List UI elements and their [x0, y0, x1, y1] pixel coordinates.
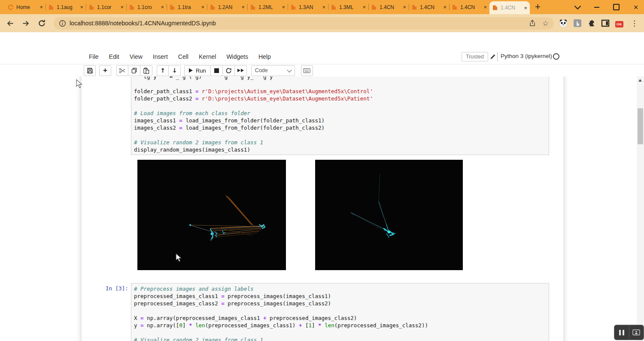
- move-cell-down-button[interactable]: ↓: [169, 65, 181, 76]
- forward-icon[interactable]: [22, 19, 30, 27]
- window-minimize-button[interactable]: [590, 0, 603, 14]
- notebook-scroll-area[interactable]: tg y = _ g ( g) g g y_ g y folder_path_c…: [0, 76, 644, 341]
- browser-tab-1-2an-5[interactable]: 1.2AN×: [207, 0, 247, 14]
- new-tab-button[interactable]: +: [535, 1, 541, 12]
- code-cell-input[interactable]: tg y = _ g ( g) g g y_ g y folder_path_c…: [131, 76, 549, 155]
- menu-edit[interactable]: Edit: [109, 53, 119, 60]
- address-bar[interactable]: localhost:8888/notebooks/1.4CNNAugmented…: [54, 17, 554, 30]
- tab-title: 1.4CN: [460, 4, 483, 10]
- code-line: X = np.array(preprocessed_images_class1 …: [134, 314, 549, 322]
- menu-widgets[interactable]: Widgets: [226, 53, 248, 60]
- cell-type-value: Code: [255, 67, 268, 73]
- cell-type-select[interactable]: Code: [251, 65, 295, 76]
- save-button[interactable]: [84, 65, 96, 76]
- share-icon[interactable]: [529, 19, 536, 27]
- url-text[interactable]: localhost:8888/notebooks/1.4CNNAugmented…: [70, 20, 522, 27]
- menu-kernel[interactable]: Kernel: [199, 53, 216, 60]
- window-maximize-button[interactable]: [610, 0, 623, 14]
- sidebar-panel-icon[interactable]: [601, 19, 610, 27]
- scrollbar-thumb[interactable]: [638, 108, 643, 144]
- fast-forward-icon: [237, 69, 244, 72]
- tab-title: 1.1cro: [137, 4, 160, 10]
- tab-search-chevron-icon[interactable]: [571, 0, 584, 14]
- code-line: tg y = _ g ( g) g g y_ g y: [134, 76, 549, 80]
- window-close-button[interactable]: ×: [629, 0, 642, 14]
- panda-extension-icon[interactable]: [559, 19, 568, 27]
- menu-view[interactable]: View: [130, 53, 143, 60]
- restart-run-all-button[interactable]: [235, 65, 247, 76]
- copy-cell-button[interactable]: [128, 65, 140, 76]
- reload-icon[interactable]: [38, 19, 46, 27]
- notebook-file-icon: [331, 4, 337, 10]
- browser-tab-1-1tra-4[interactable]: 1.1tra×: [167, 0, 207, 14]
- tab-close-icon[interactable]: ×: [362, 4, 366, 10]
- browser-tab-1-4cn-11[interactable]: 1.4CN×: [449, 0, 489, 14]
- menubar-divider: [497, 52, 498, 61]
- notebook-file-icon: [371, 4, 377, 10]
- tab-close-icon[interactable]: ×: [161, 4, 164, 10]
- browser-tab-1-3ml-8[interactable]: 1.3ML×: [328, 0, 368, 14]
- tab-title: 1.4CN: [501, 5, 523, 11]
- tab-title: 1.3AN: [299, 4, 321, 10]
- extensions-puzzle-icon[interactable]: [587, 19, 595, 27]
- move-cell-up-button[interactable]: ↑: [157, 65, 169, 76]
- paste-cell-button[interactable]: [140, 65, 152, 76]
- browser-menu-icon[interactable]: ⋮: [629, 19, 640, 28]
- tab-title: 1.3ML: [339, 4, 361, 10]
- menu-help[interactable]: Help: [258, 53, 271, 60]
- tab-close-icon[interactable]: ×: [443, 4, 447, 10]
- screenshot-extension-icon[interactable]: [573, 19, 582, 27]
- tab-close-icon[interactable]: ×: [524, 5, 527, 11]
- tab-close-icon[interactable]: ×: [39, 4, 43, 10]
- tab-title: 1.1cor: [97, 4, 119, 10]
- interrupt-kernel-button[interactable]: [211, 65, 223, 76]
- browser-tab-1-3an-7[interactable]: 1.3AN×: [288, 0, 328, 14]
- recording-control-widget: [614, 325, 644, 340]
- tab-close-icon[interactable]: ×: [403, 4, 406, 10]
- cut-cell-button[interactable]: [116, 65, 128, 76]
- tab-close-icon[interactable]: ×: [241, 4, 245, 10]
- tab-title: 1.4CN: [420, 4, 442, 10]
- notebook-file-icon: [411, 4, 417, 10]
- tab-close-icon[interactable]: ×: [201, 4, 204, 10]
- output-image-scanpath-1: [137, 160, 286, 270]
- menu-file[interactable]: File: [89, 53, 99, 60]
- edit-title-pencil-icon[interactable]: [489, 53, 496, 60]
- tab-close-icon[interactable]: ×: [322, 4, 325, 10]
- bookmark-star-icon[interactable]: ☆: [542, 20, 549, 27]
- notebook-file-icon: [210, 4, 216, 10]
- browser-tab-1-4cn-12[interactable]: 1.4CN×: [489, 1, 530, 14]
- trusted-button[interactable]: Trusted: [462, 52, 488, 61]
- browser-tab-1-1cro-3[interactable]: 1.1cro×: [126, 0, 167, 14]
- run-button[interactable]: Run: [184, 65, 211, 76]
- tab-close-icon[interactable]: ×: [80, 4, 83, 10]
- browser-tab-1-1cor-2[interactable]: 1.1cor×: [86, 0, 126, 14]
- browser-tab-1-1aug-1[interactable]: 1.1aug×: [46, 0, 86, 14]
- tab-close-icon[interactable]: ×: [282, 4, 285, 10]
- jupyter-home-icon: [8, 4, 14, 10]
- chevron-down-icon: [287, 67, 292, 72]
- picture-in-picture-button[interactable]: [629, 325, 644, 340]
- ok-extension-icon[interactable]: OK: [615, 19, 623, 27]
- browser-tab-home-0[interactable]: Home×: [5, 0, 46, 14]
- menu-cell[interactable]: Cell: [178, 53, 188, 60]
- tab-close-icon[interactable]: ×: [120, 4, 124, 10]
- menu-insert[interactable]: Insert: [153, 53, 168, 60]
- browser-url-bar: localhost:8888/notebooks/1.4CNNAugmented…: [0, 14, 644, 32]
- code-line: # Visualize random 2 images from class 1: [134, 336, 549, 341]
- restart-kernel-button[interactable]: [223, 65, 235, 76]
- browser-tab-1-4cn-10[interactable]: 1.4CN×: [409, 0, 449, 14]
- add-cell-button[interactable]: +: [99, 65, 111, 76]
- scrollbar-up-arrow[interactable]: [638, 79, 642, 82]
- browser-tab-1-4cn-9[interactable]: 1.4CN×: [368, 0, 409, 14]
- pause-button[interactable]: [614, 325, 629, 340]
- back-icon[interactable]: [6, 19, 14, 27]
- page-scrollbar[interactable]: [637, 76, 644, 341]
- command-palette-button[interactable]: [301, 65, 313, 76]
- site-info-icon[interactable]: [59, 20, 66, 27]
- browser-tab-1-2ml-6[interactable]: 1.2ML×: [247, 0, 288, 14]
- code-cell-input[interactable]: # Preprocess images and assign labelspre…: [131, 283, 549, 341]
- notebook-file-icon: [129, 4, 135, 10]
- run-label: Run: [196, 67, 206, 74]
- tab-close-icon[interactable]: ×: [483, 4, 487, 10]
